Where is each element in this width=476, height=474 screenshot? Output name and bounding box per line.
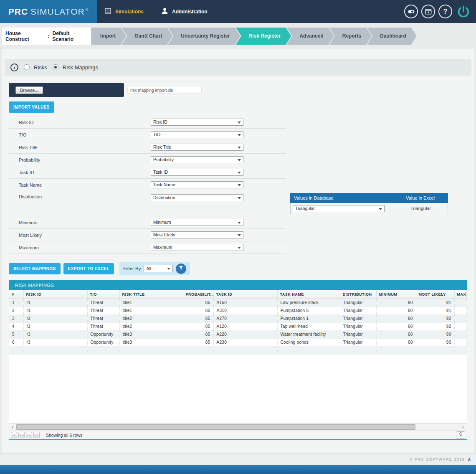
- table-column-header[interactable]: MAXIMU: [454, 290, 467, 299]
- mapping-select[interactable]: Risk Title: [151, 144, 243, 151]
- table-cell: Pumpstation 5: [277, 307, 340, 314]
- table-cell: Triangular: [340, 307, 376, 314]
- table-cell: A270: [213, 314, 277, 322]
- row-count-status: Showing all 6 rows: [46, 433, 83, 438]
- table-column-header[interactable]: TASK ID: [213, 290, 277, 299]
- view-radio-option[interactable]: Risk Mappings: [53, 64, 98, 71]
- mapping-select[interactable]: Task ID: [151, 169, 243, 176]
- hint-button[interactable]: [456, 431, 465, 439]
- table-row[interactable]: 3r2Threattitle285A270Pumpstation 1Triang…: [9, 314, 467, 322]
- table-column-header[interactable]: DISTRIBUTION: [340, 290, 376, 299]
- toggle-icon[interactable]: [404, 5, 418, 18]
- app-logo: PRCSIMULATOR®: [0, 0, 97, 23]
- main-panel: › Risks Risk Mappings Browse... risk map…: [2, 49, 474, 453]
- tab-row: House Construct : Default Scenario Impor…: [2, 28, 474, 45]
- import-values-button[interactable]: IMPORT VALUES: [9, 101, 54, 113]
- table-cell: A310: [213, 307, 277, 314]
- table-cell: 60: [376, 322, 416, 330]
- export-to-excel-button[interactable]: EXPORT TO EXCEL: [63, 263, 114, 274]
- mapping-select[interactable]: Maximum: [151, 244, 243, 251]
- workflow-tab[interactable]: Advanced: [286, 28, 334, 45]
- project-name: House Construct: [5, 30, 45, 42]
- mapping-form-row: Task Name Task Name: [9, 179, 286, 191]
- table-column-header[interactable]: RISK ID: [23, 290, 87, 299]
- top-nav: Simulations Administration: [104, 0, 208, 23]
- bottom-accent-bar: [0, 465, 476, 474]
- table-column-header[interactable]: #: [9, 290, 23, 299]
- mapping-select[interactable]: Risk ID: [151, 119, 243, 126]
- mapping-select[interactable]: Most Likely: [151, 231, 243, 238]
- table-row[interactable]: 2r1Threattitle185A310Pumpstation 5Triang…: [9, 307, 467, 314]
- scenario-name: Default Scenario: [52, 30, 91, 42]
- table-column-header[interactable]: RISK TITLE: [119, 290, 183, 299]
- horizontal-scrollbar[interactable]: ‹ ›: [9, 423, 467, 431]
- back-to-top-icon[interactable]: ∧: [467, 456, 471, 462]
- table-cell: [454, 322, 467, 330]
- table-column-header[interactable]: PROBABILIT...: [183, 290, 213, 299]
- table-row[interactable]: 4r2Threattitle285A120Tap well-headTriang…: [9, 322, 467, 330]
- table-cell: [416, 346, 454, 354]
- mapping-form-rows: Risk ID Risk ID T/O T/O Risk Title Risk …: [9, 116, 286, 254]
- browse-button[interactable]: Browse...: [15, 86, 43, 94]
- list-icon: [104, 8, 111, 16]
- mapping-select[interactable]: T/O: [151, 131, 243, 138]
- pager-button[interactable]: ►►: [26, 432, 32, 438]
- workflow-tab[interactable]: Dashboard: [367, 28, 417, 45]
- table-cell: A230: [213, 338, 277, 346]
- filter-select[interactable]: All: [144, 265, 173, 272]
- pager-button[interactable]: ◄◄: [18, 432, 25, 438]
- view-radio-option[interactable]: Risks: [24, 64, 47, 71]
- file-name-field[interactable]: risk mapping import.xls: [127, 87, 202, 94]
- table-cell: 60: [376, 307, 416, 314]
- apply-filter-button[interactable]: [176, 264, 186, 274]
- select-mappings-button[interactable]: SELECT MAPPINGS: [9, 263, 61, 274]
- scrollbar-thumb[interactable]: [16, 424, 415, 430]
- mapping-form-row: Task ID Task ID: [9, 166, 286, 179]
- mapping-select[interactable]: Distribution: [151, 194, 243, 201]
- table-cell: 3: [9, 314, 23, 322]
- expand-arrow-icon[interactable]: ›: [10, 63, 18, 71]
- scroll-left-icon[interactable]: ‹: [9, 424, 16, 430]
- table-column-header[interactable]: MINIMUM: [376, 290, 416, 299]
- scroll-right-icon[interactable]: ›: [460, 424, 466, 430]
- mapping-select[interactable]: Probability: [151, 156, 243, 163]
- workflow-tab[interactable]: Gantt Chart: [122, 28, 172, 45]
- table-status-bar: |◄ ◄◄ ►► ►| Showing all 6 rows: [9, 431, 467, 439]
- table-cell: 4: [9, 322, 23, 330]
- table-row[interactable]: 1r1Threattitle185A150Low pressure stackT…: [9, 299, 467, 307]
- table-row[interactable]: 5r3Opportunitytitle385A220Water treatmen…: [9, 330, 467, 338]
- table-cell: r2: [23, 314, 87, 322]
- table-empty-row[interactable]: [9, 346, 467, 354]
- mapping-select[interactable]: Minimum: [151, 219, 243, 226]
- database-value-select[interactable]: Triangular: [293, 205, 385, 212]
- table-cell: 85: [183, 307, 213, 314]
- pager-button[interactable]: |◄: [11, 432, 17, 438]
- values-panel-body: Triangular Triangular: [290, 203, 448, 214]
- pager-button[interactable]: ►|: [33, 432, 40, 438]
- table-cell: Threat: [87, 314, 119, 322]
- workflow-tab[interactable]: Uncertainty Register: [168, 28, 240, 45]
- import-window-icon[interactable]: [421, 5, 435, 18]
- table-cell: A220: [213, 330, 277, 338]
- field-label: Most Likely: [9, 233, 151, 238]
- table-cell: [454, 299, 467, 307]
- nav-administration[interactable]: Administration: [161, 7, 208, 16]
- help-icon[interactable]: ?: [438, 5, 452, 18]
- table-column-header[interactable]: TASK NAME: [277, 290, 340, 299]
- table-cell: [87, 346, 119, 354]
- table-cell: Opportunity: [87, 338, 119, 346]
- power-icon[interactable]: [456, 4, 471, 19]
- nav-simulations[interactable]: Simulations: [104, 8, 144, 16]
- mapping-select[interactable]: Task Name: [151, 181, 243, 188]
- actions-row: SELECT MAPPINGS EXPORT TO EXCEL Filter B…: [9, 262, 474, 275]
- workflow-tab[interactable]: Risk Register: [236, 28, 291, 45]
- table-cell: 90: [416, 330, 454, 338]
- table-cell: [23, 346, 87, 354]
- workflow-tab[interactable]: Reports: [329, 28, 372, 45]
- file-import-row: Browse... risk mapping import.xls: [9, 83, 474, 97]
- table-column-header[interactable]: MOST LIKELY: [416, 290, 454, 299]
- workflow-tab[interactable]: Import: [91, 28, 126, 45]
- risk-table-body: 1r1Threattitle185A150Low pressure stackT…: [9, 299, 467, 354]
- table-row[interactable]: 6r3Opportunitytitle385A230Cooling pondsT…: [9, 338, 467, 346]
- table-column-header[interactable]: T/O: [87, 290, 119, 299]
